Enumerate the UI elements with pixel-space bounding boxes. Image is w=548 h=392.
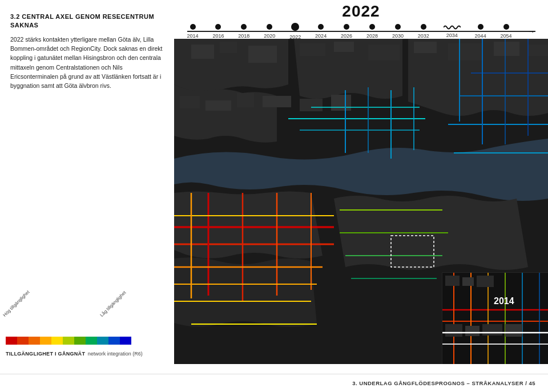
svg-rect-62	[445, 324, 462, 337]
tl-dot-2030	[395, 24, 401, 30]
legend-seg-4	[40, 337, 51, 345]
tl-item-2028[interactable]: 2028	[366, 24, 378, 39]
legend-color-bar	[6, 337, 131, 345]
tl-label-2026: 2026	[341, 33, 352, 39]
tl-item-2032[interactable]: 2032	[418, 24, 429, 39]
legend-title-line: TILLGÄNGLIGHET I GÅNGNÄT network integra…	[6, 347, 166, 358]
svg-rect-16	[331, 95, 351, 111]
svg-rect-8	[448, 43, 482, 60]
tl-wavy-icon	[444, 25, 461, 30]
tl-dot-2024	[318, 24, 324, 30]
tl-dot-2020	[267, 24, 272, 30]
tl-dot-2054	[503, 24, 509, 30]
tl-item-2030[interactable]: 2030	[392, 24, 404, 39]
legend-high-label: Hög tillgänglighet	[2, 289, 31, 318]
timeline-area: 2022 2014 2016 2018 2020	[174, 0, 548, 39]
tl-dot-2016	[215, 24, 221, 30]
tl-label-2014: 2014	[187, 33, 199, 39]
svg-rect-10	[528, 45, 548, 56]
map-area: 2014	[174, 39, 548, 364]
tl-label-2032: 2032	[418, 33, 429, 39]
left-panel: 3.2 CENTRAL AXEL GENOM RESECENTRUM SAKNA…	[0, 0, 174, 392]
legend-seg-11	[120, 337, 131, 345]
legend-seg-2	[17, 337, 29, 345]
tl-dot-2018	[241, 24, 247, 30]
tl-dot-2014	[190, 24, 196, 30]
tl-label-2022: 2022	[289, 34, 301, 40]
svg-rect-65	[505, 324, 522, 337]
tl-dot-2028	[369, 24, 375, 30]
tl-item-2026[interactable]: 2026	[341, 24, 352, 39]
tl-dot-2026	[344, 24, 349, 30]
svg-rect-7	[414, 42, 437, 53]
section-title: 3.2 CENTRAL AXEL GENOM RESECENTRUM SAKNA…	[10, 13, 164, 30]
tl-label-2018: 2018	[238, 33, 249, 39]
tl-dot-2032	[421, 24, 426, 30]
tl-item-2022[interactable]: 2022	[289, 23, 301, 40]
tl-label-2024: 2024	[315, 33, 327, 39]
tl-label-2030: 2030	[392, 33, 404, 39]
legend-seg-10	[108, 337, 120, 345]
tl-label-2028: 2028	[366, 33, 378, 39]
svg-rect-63	[465, 326, 480, 336]
tl-item-2034[interactable]: 2034	[444, 25, 461, 38]
tl-item-2014[interactable]: 2014	[187, 24, 199, 39]
tl-dot-2044	[478, 24, 483, 30]
svg-rect-50	[442, 273, 548, 364]
tl-dot-2022	[291, 23, 299, 31]
tl-label-2016: 2016	[212, 33, 224, 39]
svg-rect-14	[263, 96, 291, 107]
svg-rect-2	[220, 42, 237, 53]
svg-rect-5	[334, 42, 354, 52]
tl-item-2044[interactable]: 2044	[475, 24, 486, 39]
svg-rect-11	[180, 96, 200, 108]
legend-seg-9	[97, 337, 108, 345]
legend-seg-1	[6, 337, 17, 345]
svg-rect-61	[477, 276, 494, 287]
svg-rect-60	[462, 277, 474, 286]
section-body: 2022 stärks kontakten ytterligare mellan…	[10, 35, 164, 91]
tl-label-2034: 2034	[446, 33, 458, 38]
footer-text: 3. UNDERLAG GÅNGFLÖDESPROGNOS – STRÅKANA…	[352, 380, 535, 386]
legend-low-label: Låg tillgänglighet	[99, 290, 127, 318]
legend-seg-7	[74, 337, 86, 345]
tl-label-2044: 2044	[475, 33, 486, 39]
timeline-track: 2014 2016 2018 2020 2022	[187, 23, 535, 40]
legend-seg-6	[63, 337, 74, 345]
legend-area: Hög tillgänglighet Låg tillgänglighet TI…	[6, 313, 166, 358]
svg-rect-13	[237, 93, 254, 107]
legend-subtitle: network integration (R6)	[88, 351, 143, 357]
svg-rect-6	[368, 45, 400, 60]
map-svg: 2014	[174, 39, 548, 364]
tl-item-2054[interactable]: 2054	[501, 24, 512, 39]
timeline-active-year: 2022	[342, 3, 380, 19]
timeline-dots: 2014 2016 2018 2020 2022	[187, 23, 535, 40]
svg-text:2014: 2014	[494, 296, 514, 306]
tl-item-2016[interactable]: 2016	[212, 24, 224, 39]
svg-rect-15	[300, 99, 323, 111]
svg-rect-12	[206, 100, 231, 111]
legend-seg-5	[51, 337, 63, 345]
tl-item-2020[interactable]: 2020	[264, 24, 275, 39]
footer-bar: 3. UNDERLAG GÅNGFLÖDESPROGNOS – STRÅKANA…	[0, 374, 548, 392]
tl-label-2020: 2020	[264, 33, 275, 39]
legend-seg-8	[86, 337, 97, 345]
timeline-arrow: →	[527, 27, 535, 36]
svg-rect-4	[300, 43, 325, 56]
svg-rect-9	[494, 42, 519, 56]
svg-rect-3	[248, 46, 277, 63]
svg-rect-59	[445, 276, 460, 286]
legend-seg-3	[29, 337, 40, 345]
tl-item-2024[interactable]: 2024	[315, 24, 327, 39]
svg-rect-64	[482, 324, 502, 336]
svg-rect-1	[191, 45, 214, 59]
tl-label-2054: 2054	[501, 33, 512, 39]
tl-item-2018[interactable]: 2018	[238, 24, 249, 39]
legend-title: TILLGÄNGLIGHET I GÅNGNÄT	[6, 351, 85, 357]
